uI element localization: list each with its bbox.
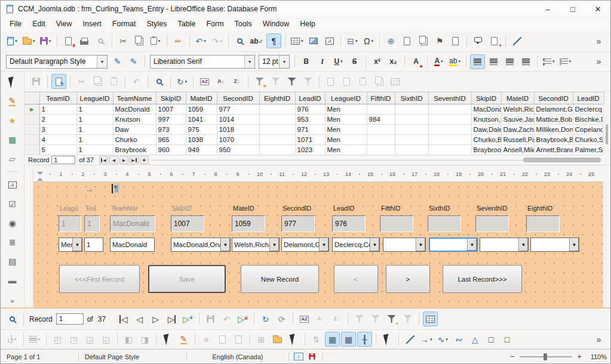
basic-shape-rectangle[interactable]: □	[484, 332, 499, 347]
fifth-combo-arrow[interactable]: ▼	[416, 238, 425, 251]
line-ends-with-arrow[interactable]: →▾	[419, 332, 434, 347]
column-header-secondid-6[interactable]: SecondID	[217, 92, 259, 104]
cell[interactable]: Delamont,Ger	[534, 104, 573, 115]
cell[interactable]: 950	[217, 145, 259, 155]
first-record[interactable]: ◀	[99, 156, 108, 164]
next-record-button[interactable]: >	[386, 265, 430, 293]
column-header-eighthid-7[interactable]: EighthID	[259, 92, 295, 104]
cell[interactable]: Men	[325, 125, 367, 135]
cell[interactable]: 1	[76, 145, 113, 155]
display-field-seventhid[interactable]	[475, 215, 509, 232]
cell[interactable]: Sauve,Jacq	[501, 115, 534, 125]
basic-shape-square[interactable]: □	[500, 332, 515, 347]
cell[interactable]: 1	[76, 125, 113, 135]
option-button[interactable]: ◉	[5, 215, 20, 230]
first-record[interactable]: ◁	[116, 311, 131, 326]
cell[interactable]: Welsh,Rich	[501, 104, 534, 115]
cell[interactable]	[259, 145, 295, 155]
column-header-leagueid-9[interactable]: LeagueID	[325, 92, 367, 104]
cell[interactable]	[367, 125, 395, 135]
league-combo[interactable]: Men▼	[59, 237, 82, 252]
record-number-input[interactable]: 1	[51, 156, 75, 164]
cell[interactable]: Men	[325, 115, 367, 125]
print[interactable]	[77, 33, 92, 48]
track-changes[interactable]: ●	[487, 33, 502, 48]
page-style[interactable]: Default Page Style	[79, 353, 186, 360]
form-based-filters[interactable]: ●	[384, 311, 399, 326]
column-header-secondid-15[interactable]: SecondID	[534, 92, 573, 104]
horizontal-ruler[interactable]: 1234567891011121314151617181920212223242…	[33, 169, 603, 182]
cell[interactable]	[259, 115, 295, 125]
insert-comment[interactable]	[471, 33, 486, 48]
cell[interactable]: Men	[325, 104, 367, 115]
export-pdf[interactable]: ▮	[61, 33, 76, 48]
last-record-button[interactable]: Last Record>>>	[443, 265, 522, 293]
menu-window[interactable]: Window	[257, 18, 294, 29]
last-record[interactable]: ▶	[130, 156, 139, 164]
cell[interactable]: 976	[295, 104, 325, 115]
add-field[interactable]	[286, 332, 301, 347]
cell[interactable]	[428, 135, 471, 145]
cell[interactable]: 1	[39, 104, 76, 115]
cell[interactable]: Braybrook	[113, 145, 156, 155]
toolbar-overflow[interactable]: »	[591, 33, 606, 48]
design-mode-on-off[interactable]: ✎	[5, 94, 20, 109]
zoom-slider[interactable]	[520, 356, 572, 357]
cell[interactable]: Churko	[113, 135, 156, 145]
align-center[interactable]	[486, 54, 501, 69]
cell[interactable]: Milliken,Don	[534, 125, 573, 135]
form-control-wizards[interactable]: ★	[5, 113, 20, 128]
new-record-button[interactable]: New Record	[241, 265, 319, 293]
select[interactable]	[5, 75, 20, 90]
cell[interactable]	[367, 145, 395, 155]
menu-format[interactable]: Format	[107, 18, 142, 29]
form-navigator[interactable]	[270, 332, 285, 347]
display-field-fifthid[interactable]	[380, 215, 413, 232]
insert-text-box[interactable]	[322, 33, 337, 48]
spelling-check[interactable]: ab	[248, 33, 265, 48]
skip-combo[interactable]: MacDonald,Orv▼	[171, 237, 231, 252]
clone-formatting[interactable]: ✏	[171, 33, 186, 48]
mate-combo-arrow[interactable]: ▼	[269, 238, 279, 251]
new-record[interactable]: ▷	[180, 311, 195, 326]
ordered-list[interactable]: ▾	[558, 54, 573, 69]
display-field-secondid[interactable]: 977	[281, 215, 315, 232]
cell[interactable]: Mattice,Bob	[534, 115, 573, 125]
cell[interactable]: 971	[295, 125, 325, 135]
font-size-select-dropdown-arrow[interactable]: ▾	[279, 55, 289, 68]
cell[interactable]	[259, 135, 295, 145]
combo-box[interactable]: ▤	[5, 254, 20, 269]
sort[interactable]: AZ	[197, 74, 212, 89]
column-header-skipid-4[interactable]: SkipID	[156, 92, 186, 104]
minimize-button[interactable]: –	[535, 1, 560, 17]
eighth-combo-arrow[interactable]: ▼	[569, 238, 579, 251]
row-selector[interactable]	[24, 125, 39, 135]
cell[interactable]: 1023	[295, 145, 325, 155]
cell[interactable]: Ansell,Mike	[501, 145, 534, 155]
cell[interactable]: Daw,Dale	[471, 125, 501, 135]
cell[interactable]: Copeland	[573, 125, 604, 135]
cell[interactable]: 1	[76, 104, 113, 115]
cell[interactable]: 949	[186, 145, 217, 155]
superscript[interactable]: x²	[370, 54, 385, 69]
form-canvas[interactable]: → ¶ Leagu1Tea1TeamNarMacDonaldSkipID1007…	[33, 182, 603, 307]
close-button[interactable]: ✕	[585, 1, 610, 17]
league-combo-arrow[interactable]: ▼	[72, 238, 82, 251]
cell[interactable]: 1	[76, 115, 113, 125]
highlight-color[interactable]: ab▾	[447, 54, 462, 69]
display-field-mateid[interactable]: 1059	[232, 215, 265, 232]
unsaved-changes-icon[interactable]	[309, 353, 315, 359]
cell[interactable]: Men	[325, 145, 367, 155]
column-header-seventhid-12[interactable]: SeventhID	[428, 92, 471, 104]
insert-line[interactable]	[403, 332, 417, 347]
cell[interactable]: 1038	[186, 135, 217, 145]
cell[interactable]: 973	[156, 125, 186, 135]
cell[interactable]: 2	[39, 115, 76, 125]
underline[interactable]: U▾	[331, 54, 346, 69]
cell[interactable]	[428, 115, 471, 125]
strikethrough[interactable]: S	[347, 54, 362, 69]
cell[interactable]: 4	[39, 135, 76, 145]
cell[interactable]	[395, 145, 428, 155]
new-document[interactable]: ▾	[5, 33, 20, 48]
cell[interactable]: 984	[367, 115, 395, 125]
